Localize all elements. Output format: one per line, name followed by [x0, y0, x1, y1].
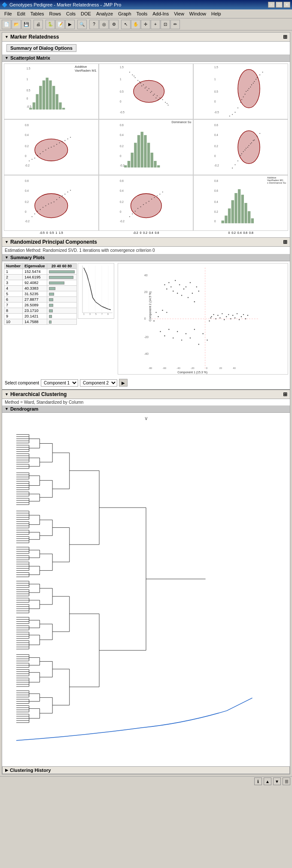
menu-view[interactable]: View [171, 10, 187, 17]
svg-point-260 [207, 339, 207, 340]
svg-point-158 [140, 206, 141, 207]
panel-header-left: ▼ Marker Relatedness [5, 34, 59, 40]
svg-text:0.6: 0.6 [120, 179, 124, 182]
component1-select[interactable]: Component 1 Component 2 Component 3 [41, 379, 78, 387]
scroll-up-button[interactable]: ▲ [264, 777, 271, 785]
svg-point-26 [159, 97, 160, 98]
panel-collapse-triangle[interactable]: ▼ [5, 35, 9, 39]
scatter-collapse-icon[interactable]: ▼ [5, 56, 9, 60]
svg-point-40 [129, 72, 130, 73]
minimize-button[interactable]: − [268, 2, 275, 8]
svg-point-72 [35, 139, 68, 161]
open-button[interactable]: 📂 [12, 20, 21, 29]
print-button[interactable]: 🖨 [33, 20, 43, 29]
dendrogram-container: ∨ [4, 414, 288, 765]
menu-tools[interactable]: Tools [134, 10, 150, 17]
svg-point-261 [155, 312, 156, 313]
hand-button[interactable]: ✋ [131, 20, 140, 29]
svg-text:0: 0 [120, 154, 122, 157]
new-button[interactable]: 📄 [2, 20, 11, 29]
eigen-section: Number Eigenvalue 20 40 60 80 1152.54742… [4, 263, 114, 375]
menu-doe[interactable]: DOE [78, 10, 94, 17]
select-button[interactable]: ⊡ [161, 20, 170, 29]
dendrogram-header: ▼ Dendrogram [2, 405, 290, 413]
svg-text:0.2: 0.2 [120, 200, 124, 203]
hc-collapse-icon[interactable]: ▼ [5, 392, 9, 396]
panel-expand-icon[interactable]: ⊞ [283, 34, 287, 40]
svg-text:-40: -40 [144, 352, 148, 355]
rpc-collapse-icon[interactable]: ▼ [5, 240, 9, 244]
clustering-history-row[interactable]: ▶ Clustering History [2, 766, 290, 774]
component-action-button[interactable]: ▶ [119, 379, 128, 387]
clustering-history-icon[interactable]: ▶ [5, 768, 8, 772]
svg-point-233 [166, 288, 167, 289]
svg-rect-5 [46, 78, 49, 109]
save-button[interactable]: 💾 [21, 20, 31, 29]
svg-point-61 [241, 99, 242, 100]
svg-point-118 [257, 136, 258, 136]
brush-button[interactable]: ✏ [170, 20, 180, 29]
summary-plots-icon[interactable]: ▼ [5, 255, 9, 260]
svg-point-111 [237, 160, 238, 161]
arrow-button[interactable]: ↖ [121, 20, 131, 29]
svg-rect-179 [245, 203, 247, 223]
run-button[interactable]: ▶ [65, 20, 75, 29]
rpc-expand-icon[interactable]: ⊞ [283, 239, 287, 245]
svg-point-120 [235, 164, 236, 165]
svg-point-21 [146, 87, 146, 88]
menu-help[interactable]: Help [209, 10, 224, 17]
scatterplot-title: Scatterplot Matrix [10, 55, 50, 60]
svg-point-126 [253, 140, 254, 141]
title-bar-controls[interactable]: − □ × [268, 2, 290, 8]
crosshair-button[interactable]: ✛ [141, 20, 150, 29]
info-button[interactable]: ℹ [254, 777, 262, 785]
close-button[interactable]: × [283, 2, 290, 8]
svg-rect-177 [238, 189, 240, 223]
scatter-cell-31: 0.6 0.4 0.2 0 -0.2 [4, 175, 99, 231]
svg-point-60 [229, 116, 230, 117]
svg-point-227 [238, 319, 239, 320]
help-icon-button[interactable]: ? [89, 20, 99, 29]
svg-rect-2 [36, 94, 38, 109]
scatter-cell-23: 0.6 0.4 0.2 0 -0.2 [193, 119, 288, 175]
svg-point-214 [211, 316, 212, 317]
menu-edit[interactable]: Edit [15, 10, 28, 17]
svg-point-146 [67, 191, 68, 192]
svg-text:0.6: 0.6 [25, 179, 29, 182]
svg-point-154 [129, 216, 130, 217]
col-eigenvalue: Eigenvalue [23, 263, 47, 269]
component2-select[interactable]: Component 2 Component 1 Component 3 [80, 379, 117, 387]
eigen-bar-cell [47, 291, 76, 297]
menu-button[interactable]: ☰ [283, 777, 290, 785]
zoom-in-button[interactable]: + [151, 20, 160, 29]
hc-expand-icon[interactable]: ⊞ [283, 391, 287, 397]
menu-cols[interactable]: Cols [64, 10, 78, 17]
script-button[interactable]: 📝 [55, 20, 65, 29]
svg-rect-94 [124, 165, 127, 167]
svg-point-223 [230, 318, 231, 319]
python-button[interactable]: 🐍 [46, 20, 55, 29]
scroll-down-button[interactable]: ▼ [273, 777, 281, 785]
menu-file[interactable]: File [2, 10, 15, 17]
summary-dialog-button[interactable]: Summary of Dialog Options [6, 44, 76, 52]
zoom-button[interactable]: 🔍 [77, 20, 87, 29]
menu-window[interactable]: Window [187, 10, 209, 17]
eigen-bar-cell [47, 275, 76, 280]
svg-point-141 [54, 201, 55, 202]
menu-rows[interactable]: Rows [47, 10, 64, 17]
menu-addins[interactable]: Add-Ins [150, 10, 171, 17]
scroll-indicator[interactable]: ∨ [144, 415, 148, 421]
svg-text:-80: -80 [148, 367, 152, 369]
menu-graph[interactable]: Graph [116, 10, 134, 17]
dendrogram-icon[interactable]: ▼ [5, 407, 9, 411]
settings-button[interactable]: ⚙ [109, 20, 119, 29]
svg-text:0.4: 0.4 [214, 200, 218, 203]
svg-rect-180 [248, 211, 250, 223]
menu-tables[interactable]: Tables [28, 10, 47, 17]
menu-analyze[interactable]: Analyze [94, 10, 116, 17]
svg-point-122 [241, 153, 242, 154]
svg-point-144 [62, 195, 63, 196]
marker-button[interactable]: ◎ [99, 20, 109, 29]
svg-point-221 [226, 316, 227, 317]
maximize-button[interactable]: □ [276, 2, 283, 8]
